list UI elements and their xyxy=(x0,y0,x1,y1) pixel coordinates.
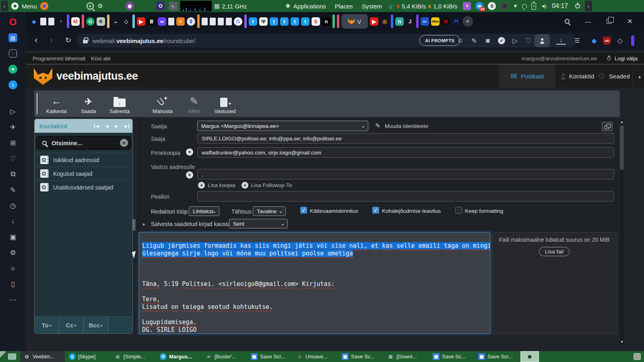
recipient-cc-button[interactable]: Cc+ xyxy=(59,317,84,333)
recipient-bcc-button[interactable]: Bcc+ xyxy=(84,317,108,333)
scroll-down-icon[interactable]: ▼ xyxy=(619,340,625,344)
tab-youtube-icon[interactable]: ▶ xyxy=(137,17,145,26)
logout-link[interactable]: Logi välja xyxy=(615,56,638,62)
header-caret-icon[interactable]: ▲ xyxy=(638,74,642,79)
sidebar-panel-toggle-icon[interactable]: ◆ xyxy=(30,17,38,26)
opera-tile-icon[interactable]: O xyxy=(156,2,165,10)
tips-icon[interactable]: ☼ xyxy=(8,263,18,274)
to-input[interactable]: SIRLE.LOIGO@politsei.ee; info@ppa.ee; in… xyxy=(197,133,614,144)
extension-gem-icon[interactable]: ◆ xyxy=(589,36,599,45)
logout-power-icon[interactable] xyxy=(607,56,611,60)
tab-google-icon[interactable]: G xyxy=(234,17,242,26)
browser-search-icon[interactable] xyxy=(561,15,573,27)
tab-doc-7[interactable] xyxy=(226,18,232,25)
back-button[interactable]: ‹ xyxy=(35,35,37,45)
menu-button[interactable]: Menu xyxy=(22,3,37,10)
priority-select[interactable]: Tavaline⌄ xyxy=(253,206,286,216)
tab-chatgpt-icon[interactable]: ✻ xyxy=(97,17,105,26)
menu-logo-icon[interactable]: ✱ xyxy=(11,2,19,10)
tab-doc-4[interactable] xyxy=(202,18,208,25)
bcc-input[interactable]: waffadrunker@yahoo.com, sirje.loigo@gmai… xyxy=(197,147,614,158)
task-unsaved[interactable]: ◆Unsave... xyxy=(293,351,338,362)
downloads-icon[interactable]: ↓ xyxy=(8,216,18,226)
edit-identity-pencil-icon[interactable]: ✎ xyxy=(375,122,380,130)
tor-icon[interactable]: ◉ xyxy=(125,2,134,10)
attach-button[interactable]: + Manusta xyxy=(144,91,181,116)
equalizer-tray-icon[interactable]: ‖ xyxy=(463,2,471,10)
options-collapse-icon[interactable]: ▲ xyxy=(142,222,146,226)
replyto-remove-icon[interactable]: × xyxy=(186,171,193,179)
new-tab-button[interactable]: + xyxy=(462,16,473,27)
task-save-screenshot-3[interactable]: ▣Save Sc... xyxy=(429,351,474,362)
ai-prompts-button[interactable]: AI PROMPTS xyxy=(419,35,460,46)
panel-collapse-icon[interactable]: ‹ xyxy=(1,1,8,11)
nav-kontaktid[interactable]: Kontaktid xyxy=(555,65,600,88)
tab-google-green-icon[interactable]: G xyxy=(86,17,95,26)
pinboards-icon[interactable]: ♡ xyxy=(8,48,18,59)
downloads-button[interactable]: ↓ xyxy=(556,37,566,45)
task-flashing-window[interactable]: ◉ xyxy=(520,351,539,362)
brand-name[interactable]: veebimajutus.ee xyxy=(56,70,138,82)
popout-window-button[interactable] xyxy=(602,122,613,131)
task-downloads[interactable]: ▦[Downl... xyxy=(384,351,429,362)
receipt-checkbox[interactable] xyxy=(300,207,307,214)
keep-formatting-checkbox[interactable] xyxy=(455,207,462,214)
task-simplescreenrecorder[interactable]: ◍[Simple... xyxy=(111,351,156,362)
tab-pattern-icon[interactable]: ⠿⠿ xyxy=(452,17,460,26)
subject-input[interactable] xyxy=(197,191,614,202)
tab-youtube-2-icon[interactable]: ▶ xyxy=(370,17,378,26)
scrollbar-thumb[interactable] xyxy=(620,125,624,170)
last-page-icon[interactable]: ▶ xyxy=(124,124,129,128)
more-icon[interactable]: ⋯ xyxy=(8,294,18,305)
message-body-textarea[interactable]: Liigub järgmises formaadis kas siis ming… xyxy=(139,232,490,334)
tab-err-icon[interactable]: err xyxy=(421,17,429,26)
app-tray-icon[interactable]: ● xyxy=(500,2,508,10)
minimize-button[interactable]: — xyxy=(582,15,594,27)
add-followup-plus-icon[interactable]: + xyxy=(242,182,248,189)
notes-icon[interactable]: ✎ xyxy=(8,185,18,195)
help-link[interactable]: Küsi abi xyxy=(91,56,110,62)
bcc-remove-icon[interactable]: × xyxy=(186,148,193,156)
task-veebimajutus[interactable]: OVeebim... xyxy=(20,351,65,362)
taskbar-right-icon[interactable] xyxy=(634,353,641,360)
about-link[interactable]: Programmist lähemalt xyxy=(33,56,85,62)
tab-twitter-5-icon[interactable]: t xyxy=(301,17,310,26)
opera-logo[interactable]: O xyxy=(8,17,18,27)
contact-group[interactable]: ΩKogutud saajad xyxy=(35,167,132,180)
dropdown-tray-icon[interactable]: ▼ xyxy=(513,3,518,9)
twitter-rail-icon[interactable]: t xyxy=(8,80,18,90)
reload-button[interactable]: ↻ xyxy=(65,35,71,45)
save-folder-select[interactable]: Sent⌄ xyxy=(229,219,288,228)
tune-settings-icon[interactable]: ☰ xyxy=(572,36,582,45)
tab-museum-icon[interactable]: Ⅲ xyxy=(147,17,156,26)
send-to-device-icon[interactable]: ✈ xyxy=(8,122,18,132)
sidebar-splitter-handle[interactable] xyxy=(133,219,137,231)
skype-tray-icon[interactable]: S xyxy=(488,2,496,10)
show-windows-icon[interactable] xyxy=(8,354,16,360)
responses-button[interactable]: ▾ Vastused xyxy=(207,91,243,116)
profile-button[interactable] xyxy=(535,34,550,47)
clock[interactable]: 04:17 xyxy=(552,2,568,10)
tab-cube-icon[interactable]: ◇ xyxy=(122,17,130,26)
add-followup-link[interactable]: Lisa Followup-To xyxy=(251,182,292,188)
first-page-icon[interactable]: ◀ xyxy=(94,124,99,128)
task-margus[interactable]: ✈Margus... xyxy=(157,351,201,362)
recipient-to-button[interactable]: To+ xyxy=(35,317,59,333)
tab-psi-icon[interactable]: Ψ xyxy=(259,17,268,26)
tab-twitter-3-icon[interactable]: t xyxy=(280,17,289,26)
contact-group[interactable]: ΩIsiklikud aadressid xyxy=(35,153,132,167)
add-file-button[interactable]: Lisa fail xyxy=(539,247,570,256)
cancel-button[interactable]: ← Katkesta xyxy=(39,91,74,116)
add-cc-plus-icon[interactable]: + xyxy=(198,182,205,189)
wallet-icon[interactable]: ⧉ xyxy=(8,169,18,179)
from-select[interactable]: Margus <Margus@linnapea.ee>⌄ xyxy=(197,121,368,131)
signature-button[interactable]: ✎ Allkiri xyxy=(181,91,207,116)
tab-twitter-1-icon[interactable]: t xyxy=(249,17,257,26)
tab-doc-2[interactable] xyxy=(48,18,54,25)
system-menu[interactable]: System xyxy=(362,3,382,10)
purple-extension-icon[interactable] xyxy=(628,36,638,45)
task-save-screenshot-4[interactable]: ▣Save Scr... xyxy=(475,351,520,362)
task-save-screenshot-2[interactable]: ▣Save Sc... xyxy=(339,351,383,362)
panel-expand-icon[interactable]: › xyxy=(585,1,592,11)
task-save-screenshot-1[interactable]: ▣Save Scr... xyxy=(248,351,292,362)
